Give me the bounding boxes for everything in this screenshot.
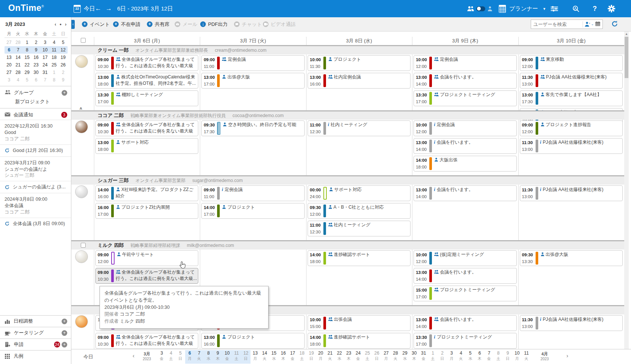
event-card[interactable]: 11:3013:00PJ会議 AA社佐藤様来社(来客) [520, 73, 623, 89]
group-person-toggle[interactable] [476, 0, 485, 17]
minical-day[interactable]: 12 [59, 47, 68, 53]
strip-day-cell[interactable]: 8土 [494, 350, 503, 364]
refresh-icon[interactable] [611, 20, 618, 29]
event-card[interactable]: 13:0016:00社内定例会議 [308, 73, 411, 89]
minical-day[interactable]: 1 [23, 40, 32, 45]
minical-day[interactable]: 7 [41, 77, 50, 83]
user-search-input[interactable] [531, 22, 581, 27]
strip-day-cell[interactable]: 17金 [288, 350, 297, 364]
sidebar-tool-chart[interactable]: 日程調整+ [0, 315, 71, 327]
strip-day-cell[interactable]: 10月 [512, 350, 522, 364]
today-button[interactable]: 22 今日 [74, 0, 95, 17]
minical-prev-icon[interactable]: ‹ [55, 22, 56, 27]
minical-day[interactable]: 28 [14, 70, 23, 75]
minical-day[interactable]: 24 [41, 62, 50, 68]
event-card[interactable]: 09:0011:00i定例会議 [201, 185, 304, 201]
minical-day[interactable]: 6 [5, 47, 14, 53]
strip-day-cell[interactable]: 2日 [438, 350, 447, 364]
strip-day-cell[interactable]: 4火 [456, 350, 466, 364]
minical-day[interactable]: 11 [50, 47, 59, 53]
strip-day-cell[interactable]: 6月 [185, 350, 195, 364]
minical-day[interactable]: 20 [5, 62, 14, 68]
minical-day[interactable]: 27 [5, 70, 14, 75]
strip-day-cell[interactable]: 12日 [241, 350, 251, 364]
minical-day[interactable]: 17 [41, 55, 50, 60]
event-card[interactable]: 13:0018:00サポート対応 [95, 138, 198, 154]
collapse-row-icon[interactable]: ∧ [79, 106, 83, 111]
notification-item[interactable]: 2024年3月8日 09:00全体会議ココア 二郎 [0, 193, 71, 218]
minical-day[interactable]: 3 [5, 77, 14, 83]
event-card[interactable]: 10:0012:00i定例会議 [414, 120, 516, 136]
event-card[interactable]: 13:0014:00会議を行います。 [414, 268, 516, 284]
event-card[interactable]: 09:0010:30全体会議をグループ各社が集まって行う。これは過去に例を見ない… [95, 333, 198, 349]
event-card[interactable]: 11:0012:30i社内ミーティング [308, 120, 411, 136]
minical-day[interactable]: 28 [14, 40, 23, 45]
minical-day[interactable]: 3 [41, 40, 50, 45]
event-card[interactable]: 09:0010:30全体会議をグループ各社が集まって行う。これは過去に例を見ない… [95, 55, 198, 71]
tool-add-button[interactable]: + [62, 330, 67, 336]
event-card[interactable]: 10:0012:00(仮)定期ミーティング [414, 250, 516, 266]
strip-day-cell[interactable]: 28火 [391, 350, 400, 364]
minical-day[interactable]: 31 [41, 70, 50, 75]
event-card[interactable]: 11:3013:00iPJ会議 AA社佐藤様来社(来客) [520, 185, 623, 201]
event-card[interactable]: 13:0017:30客先で作業します【AA社】 [520, 90, 623, 106]
minical-day[interactable]: 6 [32, 77, 41, 83]
minical-day[interactable]: 2 [59, 70, 68, 75]
strip-today-button[interactable]: 今日 [83, 353, 93, 360]
strip-day-cell[interactable]: 3金 [157, 350, 166, 364]
minical-day[interactable]: 30 [32, 70, 41, 75]
event-card[interactable]: 10:0011:30プロジェクト [308, 55, 411, 71]
strip-day-cell[interactable]: 10金 [222, 350, 232, 364]
event-card[interactable]: 13:3017:00プロジェクトミーティング [414, 90, 516, 106]
display-settings-icon[interactable] [551, 0, 558, 17]
strip-day-cell[interactable]: 29水 [400, 350, 409, 364]
strip-day-cell[interactable]: 23木 [344, 350, 353, 364]
strip-day-cell[interactable]: 7金 [485, 350, 494, 364]
strip-day-cell[interactable]: 3月 [447, 350, 456, 364]
strip-next-icon[interactable]: › [566, 352, 568, 359]
strip-day-cell[interactable]: 11土 [232, 350, 241, 364]
minical-day[interactable]: 18 [50, 55, 59, 60]
event-card[interactable]: 14:0018:00大阪出張 [414, 156, 516, 171]
minical-day[interactable]: 5 [23, 77, 32, 83]
event-card[interactable]: 13:0014:00i会議を行います。 [414, 185, 516, 201]
minical-day[interactable]: 9 [59, 77, 68, 83]
event-card[interactable]: 16:0017:00プロジェクトZ社内展開 [95, 203, 198, 219]
add-person-icon[interactable]: ⌄ [584, 21, 594, 27]
minical-day[interactable]: 23 [32, 62, 41, 68]
minical-day[interactable]: 8 [23, 47, 32, 53]
toolbar-button-3[interactable]: +共有席 [147, 17, 169, 31]
strip-day-cell[interactable]: 22水 [335, 350, 344, 364]
strip-day-cell[interactable]: 5水 [466, 350, 475, 364]
strip-day-cell[interactable]: 20月 [316, 350, 325, 364]
sidebar-collapse-icon[interactable]: ‹ [71, 20, 75, 29]
strip-day-cell[interactable]: 19日 [306, 350, 316, 364]
minical-day[interactable]: 15 [23, 55, 32, 60]
event-card[interactable]: 11:0012:30社内ミーティング [308, 221, 411, 236]
strip-day-cell[interactable]: 9日 [503, 350, 512, 364]
event-card[interactable]: 13:0016:00プロジェクト [201, 333, 304, 349]
event-card[interactable]: 09:0010:30全体会議をグループ各社が集まって行う。これは過去に例を見ない… [95, 120, 198, 136]
minical-day[interactable]: 10 [41, 47, 50, 53]
strip-day-cell[interactable]: 27月 [382, 350, 391, 364]
notification-item[interactable]: 2022年12月20日 16:30Goodココア 二郎 [0, 120, 71, 144]
event-card[interactable]: 13:3017:00iプロジェクトミーティング [414, 333, 516, 349]
strip-day-cell[interactable]: 26日 [372, 350, 382, 364]
minical-day[interactable]: 22 [23, 62, 32, 68]
prev-week-button[interactable]: ← [95, 0, 101, 17]
minical-day[interactable]: 8 [50, 77, 59, 83]
strip-day-cell[interactable]: 21火 [325, 350, 335, 364]
minical-day[interactable]: 4 [50, 40, 59, 45]
minical-day[interactable]: 13 [5, 55, 14, 60]
minical-day[interactable]: 21 [14, 62, 23, 68]
event-card[interactable]: 10:0015:00出張会議 [308, 315, 411, 331]
minical-day[interactable]: 5 [59, 40, 68, 45]
notification-item[interactable]: 2023年3月17日 09:00シュガーの会議だよシュガー 三郎 [0, 156, 71, 181]
minical-day[interactable]: 1 [50, 70, 59, 75]
minical-day[interactable]: 26 [59, 62, 68, 68]
event-card[interactable]: 13:0018:00株式会社OnTimeGroupCalendar様来社予定。担… [95, 73, 198, 89]
strip-day-cell[interactable]: 11火 [522, 350, 531, 364]
event-card[interactable]: 13:0014:00会議を行います。 [414, 73, 516, 89]
event-card[interactable]: 10:0012:00定例会議 [414, 55, 516, 71]
strip-day-cell[interactable]: 24金 [353, 350, 363, 364]
